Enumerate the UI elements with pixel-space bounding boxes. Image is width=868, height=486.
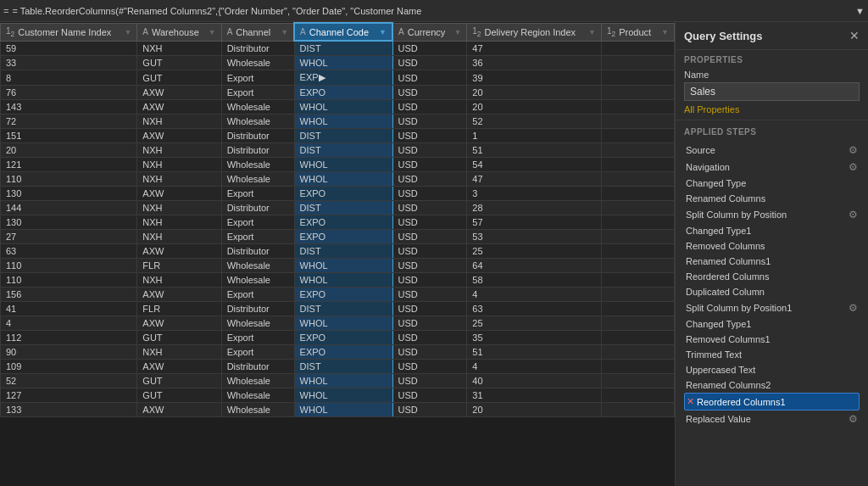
table-row[interactable]: 130NXHExportEXPOUSD57 (1, 215, 675, 230)
qs-step-split-column-by-position1[interactable]: Split Column by Position1⚙ (684, 299, 860, 316)
qs-close-button[interactable]: ✕ (849, 29, 860, 42)
col-sort-icon-delivery-region-index[interactable]: ▼ (588, 28, 596, 36)
col-header-product[interactable]: 12Product▼ (602, 23, 675, 41)
qs-step-uppercased-text[interactable]: Uppercased Text (684, 362, 860, 377)
formula-dropdown-icon[interactable]: ▼ (855, 6, 865, 16)
col-sort-icon-product[interactable]: ▼ (661, 28, 669, 36)
table-row[interactable]: 127GUTWholesaleWHOLUSD31 (1, 388, 675, 403)
qs-step-source[interactable]: Source⚙ (684, 142, 860, 159)
table-cell: WHOL (294, 56, 392, 70)
qs-step-renamed-columns[interactable]: Renamed Columns (684, 191, 860, 206)
table-cell: WHOL (294, 100, 392, 115)
qs-step-replaced-value[interactable]: Replaced Value⚙ (684, 411, 860, 427)
table-row[interactable]: 151AXWDistributorDISTUSD1 (1, 129, 675, 143)
table-cell: WHOL (294, 403, 392, 417)
table-row[interactable]: 90NXHExportEXPOUSD51 (1, 345, 675, 360)
table-cell (602, 302, 675, 316)
table-cell: EXPO (294, 86, 392, 100)
table-cell: NXH (137, 115, 221, 129)
table-row[interactable]: 121NXHWholesaleWHOLUSD54 (1, 158, 675, 172)
table-row[interactable]: 112GUTExportEXPOUSD35 (1, 331, 675, 345)
table-cell: USD (392, 360, 467, 374)
table-row[interactable]: 20NXHDistributorDISTUSD51 (1, 143, 675, 158)
table-cell: WHOL (294, 158, 392, 172)
qs-name-input[interactable] (684, 82, 860, 101)
qs-step-label-removed-columns1: Removed Columns1 (686, 334, 858, 344)
table-row[interactable]: 4AXWWholesaleWHOLUSD25 (1, 316, 675, 331)
qs-step-changed-type1[interactable]: Changed Type1 (684, 223, 860, 238)
table-cell: 130 (1, 187, 137, 201)
query-settings-panel: Query Settings ✕ PROPERTIES Name All Pro… (675, 22, 868, 486)
table-row[interactable]: 33GUTWholesaleWHOLUSD36 (1, 56, 675, 70)
qs-all-properties-link[interactable]: All Properties (684, 104, 860, 115)
qs-step-changed-type1b[interactable]: Changed Type1 (684, 316, 860, 332)
table-cell: 25 (467, 244, 602, 259)
table-row[interactable]: 110NXHWholesaleWHOLUSD47 (1, 172, 675, 187)
table-cell: WHOL (294, 115, 392, 129)
col-sort-icon-warehouse[interactable]: ▼ (209, 28, 216, 36)
qs-step-changed-type[interactable]: Changed Type (684, 176, 860, 191)
table-row[interactable]: 110NXHWholesaleWHOLUSD58 (1, 273, 675, 288)
step-gear-icon-navigation[interactable]: ⚙ (849, 161, 858, 173)
table-cell: Distributor (221, 143, 294, 158)
col-sort-icon-customer-name-index[interactable]: ▼ (124, 28, 131, 36)
qs-step-label-removed-columns: Removed Columns (686, 241, 858, 251)
qs-steps-list: Source⚙Navigation⚙Changed TypeRenamed Co… (684, 142, 860, 483)
table-cell: Distributor (221, 129, 294, 143)
qs-step-duplicated-column[interactable]: Duplicated Column (684, 284, 860, 299)
table-header: 12Customer Name Index▼AWarehouse▼AChanne… (1, 23, 675, 41)
table-row[interactable]: 156AXWExportEXPOUSD4 (1, 288, 675, 302)
table-row[interactable]: 110FLRWholesaleWHOLUSD64 (1, 259, 675, 273)
table-cell (602, 230, 675, 244)
step-gear-icon-replaced-value[interactable]: ⚙ (849, 413, 858, 425)
col-header-warehouse[interactable]: AWarehouse▼ (137, 23, 221, 41)
table-cell: EXPO (294, 288, 392, 302)
table-row[interactable]: 72NXHWholesaleWHOLUSD52 (1, 115, 675, 129)
table-cell: EXPO (294, 230, 392, 244)
table-cell (602, 158, 675, 172)
data-table-wrapper[interactable]: 12Customer Name Index▼AWarehouse▼AChanne… (0, 22, 675, 486)
step-gear-icon-source[interactable]: ⚙ (849, 144, 858, 156)
table-row[interactable]: 144NXHDistributorDISTUSD28 (1, 201, 675, 215)
col-header-delivery-region-index[interactable]: 12Delivery Region Index▼ (467, 23, 602, 41)
table-cell (602, 115, 675, 129)
table-row[interactable]: 59NXHDistributorDISTUSD47 (1, 41, 675, 56)
qs-step-reordered-columns[interactable]: Reordered Columns (684, 269, 860, 284)
col-header-currency[interactable]: ACurrency▼ (392, 23, 467, 41)
table-row[interactable]: 41FLRDistributorDISTUSD63 (1, 302, 675, 316)
col-sort-icon-channel[interactable]: ▼ (281, 28, 288, 36)
table-cell: 151 (1, 129, 137, 143)
table-row[interactable]: 76AXWExportEXPOUSD20 (1, 86, 675, 100)
table-cell: EXPO (294, 187, 392, 201)
col-sort-icon-currency[interactable]: ▼ (453, 28, 461, 36)
step-gear-icon-split-column-by-position[interactable]: ⚙ (849, 209, 858, 221)
table-row[interactable]: 8GUTExportEXP▶USD39 (1, 70, 675, 86)
qs-step-trimmed-text[interactable]: Trimmed Text (684, 347, 860, 362)
table-cell: 20 (467, 100, 602, 115)
table-cell: DIST (294, 143, 392, 158)
col-sort-icon-channel-code[interactable]: ▼ (379, 28, 387, 36)
table-row[interactable]: 143AXWWholesaleWHOLUSD20 (1, 100, 675, 115)
table-cell: Export (221, 288, 294, 302)
table-row[interactable]: 52GUTWholesaleWHOLUSD40 (1, 374, 675, 388)
qs-step-removed-columns1[interactable]: Removed Columns1 (684, 332, 860, 347)
qs-step-navigation[interactable]: Navigation⚙ (684, 159, 860, 176)
col-header-customer-name-index[interactable]: 12Customer Name Index▼ (1, 23, 137, 41)
col-header-channel-code[interactable]: AChannel Code▼ (294, 23, 392, 41)
qs-step-label-split-column-by-position1: Split Column by Position1 (686, 303, 849, 313)
table-row[interactable]: 63AXWDistributorDISTUSD25 (1, 244, 675, 259)
qs-step-removed-columns[interactable]: Removed Columns (684, 238, 860, 254)
step-gear-icon-split-column-by-position1[interactable]: ⚙ (849, 302, 858, 314)
table-row[interactable]: 130AXWExportEXPOUSD3 (1, 187, 675, 201)
table-cell: 40 (467, 374, 602, 388)
table-row[interactable]: 133AXWWholesaleWHOLUSD20 (1, 403, 675, 417)
table-body: 59NXHDistributorDISTUSD4733GUTWholesaleW… (1, 41, 675, 417)
table-row[interactable]: 27NXHExportEXPOUSD53 (1, 230, 675, 244)
qs-step-renamed-columns2[interactable]: Renamed Columns2 (684, 377, 860, 393)
table-cell: USD (392, 187, 467, 201)
table-row[interactable]: 109AXWDistributorDISTUSD4 (1, 360, 675, 374)
qs-step-split-column-by-position[interactable]: Split Column by Position⚙ (684, 206, 860, 223)
qs-step-renamed-columns1[interactable]: Renamed Columns1 (684, 254, 860, 269)
qs-step-reordered-columns1[interactable]: ✕Reordered Columns1 (684, 393, 860, 411)
col-header-channel[interactable]: AChannel▼ (221, 23, 294, 41)
